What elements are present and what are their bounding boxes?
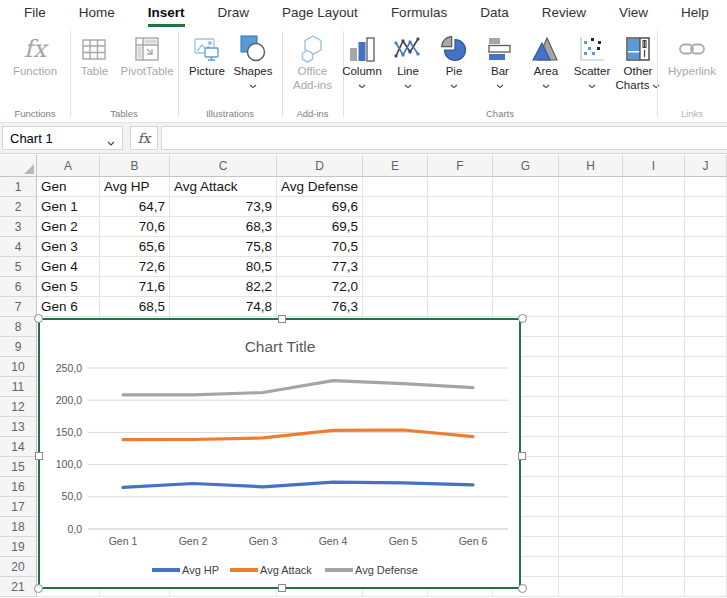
row-header-6[interactable]: 6 — [0, 277, 37, 297]
cell-G4[interactable] — [493, 237, 559, 257]
cell-I4[interactable] — [623, 237, 685, 257]
cell-H10[interactable] — [559, 357, 623, 377]
chart-resize-handle-nw[interactable] — [34, 314, 43, 323]
chart-resize-handle-sw[interactable] — [34, 584, 43, 593]
chevron-down-icon[interactable] — [588, 82, 596, 89]
cell-J12[interactable] — [685, 397, 727, 417]
cell-H8[interactable] — [559, 317, 623, 337]
cell-I11[interactable] — [623, 377, 685, 397]
name-box[interactable]: Chart 1 — [2, 126, 123, 150]
cell-H11[interactable] — [559, 377, 623, 397]
cell-I16[interactable] — [623, 477, 685, 497]
row-header-19[interactable]: 19 — [0, 537, 37, 557]
row-header-17[interactable]: 17 — [0, 497, 37, 517]
cell-J10[interactable] — [685, 357, 727, 377]
cell-E4[interactable] — [363, 237, 428, 257]
cell-B4[interactable]: 65,6 — [100, 237, 170, 257]
row-header-3[interactable]: 3 — [0, 217, 37, 237]
cell-E2[interactable] — [363, 197, 428, 217]
cell-E5[interactable] — [363, 257, 428, 277]
cell-F1[interactable] — [428, 177, 493, 197]
column-header-h[interactable]: H — [559, 155, 623, 177]
column-header-d[interactable]: D — [277, 155, 363, 177]
cell-D1[interactable]: Avg Defense — [277, 177, 363, 197]
cell-C1[interactable]: Avg Attack — [170, 177, 277, 197]
row-header-9[interactable]: 9 — [0, 337, 37, 357]
cell-I20[interactable] — [623, 557, 685, 577]
chart-resize-handle-n[interactable] — [278, 315, 286, 323]
cell-G2[interactable] — [493, 197, 559, 217]
row-header-20[interactable]: 20 — [0, 557, 37, 577]
row-header-10[interactable]: 10 — [0, 357, 37, 377]
cell-G5[interactable] — [493, 257, 559, 277]
cell-A3[interactable]: Gen 2 — [37, 217, 100, 237]
row-header-2[interactable]: 2 — [0, 197, 37, 217]
row-header-4[interactable]: 4 — [0, 237, 37, 257]
cell-I10[interactable] — [623, 357, 685, 377]
chart-resize-handle-se[interactable] — [518, 584, 527, 593]
cell-G6[interactable] — [493, 277, 559, 297]
row-header-8[interactable]: 8 — [0, 317, 37, 337]
embedded-chart[interactable]: 0,050,0100,0150,0200,0250,0Gen 1Gen 2Gen… — [38, 318, 521, 589]
cell-I12[interactable] — [623, 397, 685, 417]
cell-J6[interactable] — [685, 277, 727, 297]
column-header-g[interactable]: G — [493, 155, 559, 177]
cell-C4[interactable]: 75,8 — [170, 237, 277, 257]
column-header-e[interactable]: E — [363, 155, 428, 177]
cell-J18[interactable] — [685, 517, 727, 537]
chevron-down-icon[interactable] — [496, 82, 504, 89]
cell-H16[interactable] — [559, 477, 623, 497]
chart-resize-handle-w[interactable] — [35, 452, 43, 460]
cell-H18[interactable] — [559, 517, 623, 537]
picture-button[interactable]: Picture — [185, 32, 229, 80]
column-header-a[interactable]: A — [37, 155, 100, 177]
cell-I13[interactable] — [623, 417, 685, 437]
cell-A4[interactable]: Gen 3 — [37, 237, 100, 257]
column-header-c[interactable]: C — [170, 155, 277, 177]
cell-I3[interactable] — [623, 217, 685, 237]
tab-data[interactable]: Data — [480, 0, 509, 27]
tab-formulas[interactable]: Formulas — [391, 0, 447, 27]
column-header-f[interactable]: F — [428, 155, 493, 177]
cell-G1[interactable] — [493, 177, 559, 197]
cell-H2[interactable] — [559, 197, 623, 217]
cell-J3[interactable] — [685, 217, 727, 237]
tab-help[interactable]: Help — [681, 0, 709, 27]
column-header-j[interactable]: J — [685, 155, 727, 177]
cell-H12[interactable] — [559, 397, 623, 417]
cell-B2[interactable]: 64,7 — [100, 197, 170, 217]
cell-H5[interactable] — [559, 257, 623, 277]
chevron-down-icon[interactable] — [249, 82, 257, 89]
cell-C6[interactable]: 82,2 — [170, 277, 277, 297]
cell-H3[interactable] — [559, 217, 623, 237]
cell-F3[interactable] — [428, 217, 493, 237]
cell-D2[interactable]: 69,6 — [277, 197, 363, 217]
cell-I18[interactable] — [623, 517, 685, 537]
cell-A7[interactable]: Gen 6 — [37, 297, 100, 317]
cell-C2[interactable]: 73,9 — [170, 197, 277, 217]
tab-review[interactable]: Review — [542, 0, 586, 27]
cell-F2[interactable] — [428, 197, 493, 217]
cell-B1[interactable]: Avg HP — [100, 177, 170, 197]
row-header-12[interactable]: 12 — [0, 397, 37, 417]
chevron-down-icon[interactable] — [358, 82, 366, 89]
cell-J20[interactable] — [685, 557, 727, 577]
select-all-button[interactable] — [0, 155, 37, 177]
cell-J1[interactable] — [685, 177, 727, 197]
cell-I19[interactable] — [623, 537, 685, 557]
cell-H6[interactable] — [559, 277, 623, 297]
cell-J15[interactable] — [685, 457, 727, 477]
cell-H1[interactable] — [559, 177, 623, 197]
cell-H7[interactable] — [559, 297, 623, 317]
row-header-15[interactable]: 15 — [0, 457, 37, 477]
bar-button[interactable]: Bar — [478, 32, 522, 90]
cell-J4[interactable] — [685, 237, 727, 257]
cell-H13[interactable] — [559, 417, 623, 437]
row-header-7[interactable]: 7 — [0, 297, 37, 317]
cell-A1[interactable]: Gen — [37, 177, 100, 197]
cell-J17[interactable] — [685, 497, 727, 517]
cell-H20[interactable] — [559, 557, 623, 577]
column-button[interactable]: Column — [340, 32, 384, 90]
cell-I2[interactable] — [623, 197, 685, 217]
tab-page-layout[interactable]: Page Layout — [282, 0, 358, 27]
